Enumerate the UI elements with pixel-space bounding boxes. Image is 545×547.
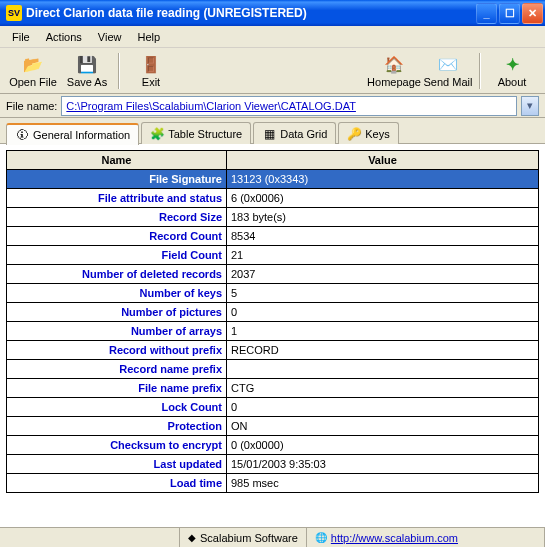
save-as-label: Save As — [67, 76, 107, 88]
table-row[interactable]: Record Count8534 — [7, 227, 539, 246]
property-value: 13123 (0x3343) — [227, 170, 539, 189]
save-as-icon: 💾 — [76, 54, 98, 76]
property-name: Field Count — [7, 246, 227, 265]
property-name: Lock Count — [7, 398, 227, 417]
property-value: CTG — [227, 379, 539, 398]
window-controls: _ ☐ ✕ — [476, 3, 543, 24]
property-value: 985 msec — [227, 474, 539, 493]
property-name: Record Count — [7, 227, 227, 246]
table-row[interactable]: Record name prefix — [7, 360, 539, 379]
table-row[interactable]: File Signature13123 (0x3343) — [7, 170, 539, 189]
table-row[interactable]: Field Count21 — [7, 246, 539, 265]
save-as-button[interactable]: 💾 Save As — [60, 50, 114, 92]
table-row[interactable]: Lock Count0 — [7, 398, 539, 417]
about-button[interactable]: ✦ About — [485, 50, 539, 92]
structure-icon: 🧩 — [150, 127, 164, 141]
globe-icon: 🌐 — [315, 532, 327, 543]
property-value: 6 (0x0006) — [227, 189, 539, 208]
table-header-row: Name Value — [7, 151, 539, 170]
property-value: 21 — [227, 246, 539, 265]
property-value: 5 — [227, 284, 539, 303]
property-name: Record without prefix — [7, 341, 227, 360]
property-value: 15/01/2003 9:35:03 — [227, 455, 539, 474]
property-value: 2037 — [227, 265, 539, 284]
table-row[interactable]: File name prefixCTG — [7, 379, 539, 398]
menu-actions[interactable]: Actions — [38, 29, 90, 45]
properties-table: Name Value File Signature13123 (0x3343)F… — [6, 150, 539, 493]
table-row[interactable]: Number of pictures0 — [7, 303, 539, 322]
table-row[interactable]: File attribute and status6 (0x0006) — [7, 189, 539, 208]
property-value: 0 (0x0000) — [227, 436, 539, 455]
maximize-button[interactable]: ☐ — [499, 3, 520, 24]
tab-grid-label: Data Grid — [280, 128, 327, 140]
open-file-icon: 📂 — [22, 54, 44, 76]
tabbar: 🛈 General Information 🧩 Table Structure … — [0, 118, 545, 144]
toolbar: 📂 Open File 💾 Save As 🚪 Exit 🏠 Homepage … — [0, 48, 545, 94]
property-name: Number of pictures — [7, 303, 227, 322]
file-name-label: File name: — [6, 100, 57, 112]
property-name: Load time — [7, 474, 227, 493]
property-value: RECORD — [227, 341, 539, 360]
property-value: 0 — [227, 398, 539, 417]
table-row[interactable]: ProtectionON — [7, 417, 539, 436]
property-value — [227, 360, 539, 379]
open-file-label: Open File — [9, 76, 57, 88]
property-name: File attribute and status — [7, 189, 227, 208]
table-row[interactable]: Number of keys5 — [7, 284, 539, 303]
tab-structure-label: Table Structure — [168, 128, 242, 140]
property-value: 1 — [227, 322, 539, 341]
tab-table-structure[interactable]: 🧩 Table Structure — [141, 122, 251, 144]
table-row[interactable]: Record Size183 byte(s) — [7, 208, 539, 227]
tab-general-information[interactable]: 🛈 General Information — [6, 123, 139, 145]
status-url-cell: 🌐 http://www.scalabium.com — [307, 528, 545, 547]
tab-keys-label: Keys — [365, 128, 389, 140]
column-header-name[interactable]: Name — [7, 151, 227, 170]
menubar: File Actions View Help — [0, 26, 545, 48]
property-value: 0 — [227, 303, 539, 322]
menu-view[interactable]: View — [90, 29, 130, 45]
about-label: About — [498, 76, 527, 88]
column-header-value[interactable]: Value — [227, 151, 539, 170]
table-row[interactable]: Number of arrays1 — [7, 322, 539, 341]
titlebar: SV Direct Clarion data file reading (UNR… — [0, 0, 545, 26]
exit-button[interactable]: 🚪 Exit — [124, 50, 178, 92]
table-row[interactable]: Number of deleted records2037 — [7, 265, 539, 284]
property-name: Last updated — [7, 455, 227, 474]
close-button[interactable]: ✕ — [522, 3, 543, 24]
table-row[interactable]: Load time985 msec — [7, 474, 539, 493]
tab-keys[interactable]: 🔑 Keys — [338, 122, 398, 144]
property-name: Protection — [7, 417, 227, 436]
file-path-dropdown[interactable]: ▾ — [521, 96, 539, 116]
property-value: 8534 — [227, 227, 539, 246]
property-name: Checksum to encrypt — [7, 436, 227, 455]
toolbar-separator — [479, 53, 481, 89]
property-name: File Signature — [7, 170, 227, 189]
send-mail-button[interactable]: ✉️ Send Mail — [421, 50, 475, 92]
menu-help[interactable]: Help — [129, 29, 168, 45]
info-icon: 🛈 — [15, 128, 29, 142]
property-name: Record Size — [7, 208, 227, 227]
exit-icon: 🚪 — [140, 54, 162, 76]
statusbar: ◆ Scalabium Software 🌐 http://www.scalab… — [0, 527, 545, 547]
send-mail-label: Send Mail — [424, 76, 473, 88]
table-row[interactable]: Checksum to encrypt0 (0x0000) — [7, 436, 539, 455]
file-path-field[interactable]: C:\Program Files\Scalabium\Clarion Viewe… — [61, 96, 517, 116]
tab-data-grid[interactable]: ▦ Data Grid — [253, 122, 336, 144]
homepage-button[interactable]: 🏠 Homepage — [367, 50, 421, 92]
toolbar-separator — [118, 53, 120, 89]
open-file-button[interactable]: 📂 Open File — [6, 50, 60, 92]
menu-file[interactable]: File — [4, 29, 38, 45]
grid-icon: ▦ — [262, 127, 276, 141]
property-name: Number of arrays — [7, 322, 227, 341]
app-icon: SV — [6, 5, 22, 21]
table-row[interactable]: Last updated15/01/2003 9:35:03 — [7, 455, 539, 474]
key-icon: 🔑 — [347, 127, 361, 141]
status-cell-empty — [0, 528, 180, 547]
property-name: File name prefix — [7, 379, 227, 398]
status-url-link[interactable]: http://www.scalabium.com — [331, 532, 458, 544]
content-area: Name Value File Signature13123 (0x3343)F… — [0, 144, 545, 527]
minimize-button[interactable]: _ — [476, 3, 497, 24]
status-vendor: ◆ Scalabium Software — [180, 528, 307, 547]
vendor-icon: ◆ — [188, 532, 196, 543]
table-row[interactable]: Record without prefixRECORD — [7, 341, 539, 360]
